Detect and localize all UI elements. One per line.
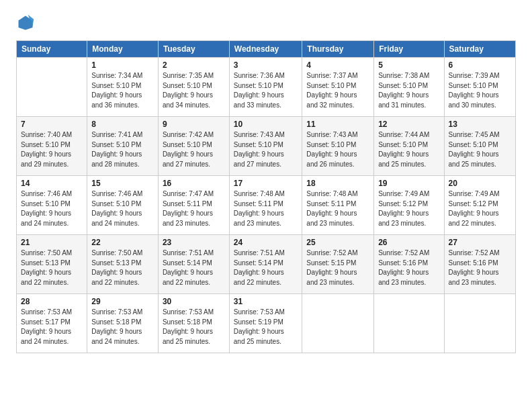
col-header-sunday: Sunday — [17, 41, 87, 58]
day-cell: 29Sunrise: 7:53 AM Sunset: 5:18 PM Dayli… — [87, 294, 159, 353]
day-info: Sunrise: 7:50 AM Sunset: 5:13 PM Dayligh… — [91, 248, 154, 287]
day-number: 24 — [234, 238, 298, 247]
day-cell: 4Sunrise: 7:37 AM Sunset: 5:10 PM Daylig… — [302, 58, 374, 117]
day-number: 15 — [91, 179, 154, 188]
day-info: Sunrise: 7:34 AM Sunset: 5:10 PM Dayligh… — [91, 71, 154, 110]
day-number: 12 — [378, 120, 439, 129]
day-info: Sunrise: 7:48 AM Sunset: 5:11 PM Dayligh… — [234, 189, 298, 228]
col-header-saturday: Saturday — [444, 41, 515, 58]
day-number: 13 — [449, 120, 511, 129]
day-cell: 7Sunrise: 7:40 AM Sunset: 5:10 PM Daylig… — [17, 117, 87, 176]
day-number: 29 — [91, 297, 154, 306]
day-number: 1 — [91, 60, 154, 70]
day-info: Sunrise: 7:49 AM Sunset: 5:12 PM Dayligh… — [449, 189, 511, 228]
day-info: Sunrise: 7:43 AM Sunset: 5:10 PM Dayligh… — [234, 130, 298, 169]
day-number: 26 — [378, 238, 439, 247]
day-info: Sunrise: 7:41 AM Sunset: 5:10 PM Dayligh… — [91, 130, 154, 169]
day-cell: 30Sunrise: 7:53 AM Sunset: 5:18 PM Dayli… — [158, 294, 229, 353]
day-info: Sunrise: 7:42 AM Sunset: 5:10 PM Dayligh… — [163, 130, 225, 169]
week-row-5: 28Sunrise: 7:53 AM Sunset: 5:17 PM Dayli… — [17, 294, 516, 353]
day-info: Sunrise: 7:46 AM Sunset: 5:10 PM Dayligh… — [21, 189, 83, 228]
day-cell: 5Sunrise: 7:38 AM Sunset: 5:10 PM Daylig… — [374, 58, 444, 117]
day-cell: 3Sunrise: 7:36 AM Sunset: 5:10 PM Daylig… — [229, 58, 302, 117]
day-number: 14 — [21, 179, 83, 188]
calendar-header-row: SundayMondayTuesdayWednesdayThursdayFrid… — [17, 41, 516, 58]
day-cell: 9Sunrise: 7:42 AM Sunset: 5:10 PM Daylig… — [158, 117, 229, 176]
day-info: Sunrise: 7:43 AM Sunset: 5:10 PM Dayligh… — [306, 130, 369, 169]
col-header-wednesday: Wednesday — [229, 41, 302, 58]
week-row-4: 21Sunrise: 7:50 AM Sunset: 5:13 PM Dayli… — [17, 235, 516, 294]
day-cell: 28Sunrise: 7:53 AM Sunset: 5:17 PM Dayli… — [17, 294, 87, 353]
day-number: 28 — [21, 297, 83, 306]
day-info: Sunrise: 7:45 AM Sunset: 5:10 PM Dayligh… — [449, 130, 511, 169]
day-cell: 13Sunrise: 7:45 AM Sunset: 5:10 PM Dayli… — [444, 117, 515, 176]
day-number: 3 — [234, 60, 298, 70]
day-info: Sunrise: 7:53 AM Sunset: 5:18 PM Dayligh… — [91, 308, 154, 347]
day-cell: 1Sunrise: 7:34 AM Sunset: 5:10 PM Daylig… — [87, 58, 159, 117]
calendar-table: SundayMondayTuesdayWednesdayThursdayFrid… — [16, 40, 516, 353]
day-info: Sunrise: 7:36 AM Sunset: 5:10 PM Dayligh… — [234, 71, 298, 110]
day-number: 30 — [163, 297, 225, 306]
day-info: Sunrise: 7:52 AM Sunset: 5:15 PM Dayligh… — [306, 248, 369, 287]
day-cell: 14Sunrise: 7:46 AM Sunset: 5:10 PM Dayli… — [17, 176, 87, 235]
day-cell: 23Sunrise: 7:51 AM Sunset: 5:14 PM Dayli… — [158, 235, 229, 294]
logo — [16, 13, 38, 32]
day-info: Sunrise: 7:53 AM Sunset: 5:19 PM Dayligh… — [234, 308, 298, 347]
day-info: Sunrise: 7:51 AM Sunset: 5:14 PM Dayligh… — [234, 248, 298, 287]
day-cell: 24Sunrise: 7:51 AM Sunset: 5:14 PM Dayli… — [229, 235, 302, 294]
day-number: 11 — [306, 120, 369, 129]
day-info: Sunrise: 7:53 AM Sunset: 5:18 PM Dayligh… — [163, 308, 225, 347]
day-cell — [17, 58, 87, 117]
day-info: Sunrise: 7:50 AM Sunset: 5:13 PM Dayligh… — [21, 248, 83, 287]
day-cell: 31Sunrise: 7:53 AM Sunset: 5:19 PM Dayli… — [229, 294, 302, 353]
day-number: 20 — [449, 179, 511, 188]
day-info: Sunrise: 7:38 AM Sunset: 5:10 PM Dayligh… — [378, 71, 439, 110]
day-info: Sunrise: 7:44 AM Sunset: 5:10 PM Dayligh… — [378, 130, 439, 169]
page: SundayMondayTuesdayWednesdayThursdayFrid… — [0, 0, 532, 411]
day-cell: 21Sunrise: 7:50 AM Sunset: 5:13 PM Dayli… — [17, 235, 87, 294]
header — [16, 13, 516, 32]
day-info: Sunrise: 7:48 AM Sunset: 5:11 PM Dayligh… — [306, 189, 369, 228]
day-cell — [302, 294, 374, 353]
day-number: 10 — [234, 120, 298, 129]
day-cell — [374, 294, 444, 353]
day-number: 31 — [234, 297, 298, 306]
day-cell: 16Sunrise: 7:47 AM Sunset: 5:11 PM Dayli… — [158, 176, 229, 235]
day-info: Sunrise: 7:51 AM Sunset: 5:14 PM Dayligh… — [163, 248, 225, 287]
day-number: 9 — [163, 120, 225, 129]
day-info: Sunrise: 7:52 AM Sunset: 5:16 PM Dayligh… — [449, 248, 511, 287]
day-number: 18 — [306, 179, 369, 188]
day-number: 7 — [21, 120, 83, 129]
day-cell: 20Sunrise: 7:49 AM Sunset: 5:12 PM Dayli… — [444, 176, 515, 235]
day-info: Sunrise: 7:40 AM Sunset: 5:10 PM Dayligh… — [21, 130, 83, 169]
week-row-3: 14Sunrise: 7:46 AM Sunset: 5:10 PM Dayli… — [17, 176, 516, 235]
col-header-monday: Monday — [87, 41, 159, 58]
day-number: 6 — [449, 60, 511, 70]
day-number: 27 — [449, 238, 511, 247]
day-number: 23 — [163, 238, 225, 247]
day-cell: 25Sunrise: 7:52 AM Sunset: 5:15 PM Dayli… — [302, 235, 374, 294]
day-number: 19 — [378, 179, 439, 188]
day-cell: 6Sunrise: 7:39 AM Sunset: 5:10 PM Daylig… — [444, 58, 515, 117]
day-number: 17 — [234, 179, 298, 188]
day-cell: 2Sunrise: 7:35 AM Sunset: 5:10 PM Daylig… — [158, 58, 229, 117]
day-info: Sunrise: 7:37 AM Sunset: 5:10 PM Dayligh… — [306, 71, 369, 110]
day-cell: 8Sunrise: 7:41 AM Sunset: 5:10 PM Daylig… — [87, 117, 159, 176]
day-cell — [444, 294, 515, 353]
day-cell: 26Sunrise: 7:52 AM Sunset: 5:16 PM Dayli… — [374, 235, 444, 294]
day-cell: 10Sunrise: 7:43 AM Sunset: 5:10 PM Dayli… — [229, 117, 302, 176]
week-row-1: 1Sunrise: 7:34 AM Sunset: 5:10 PM Daylig… — [17, 58, 516, 117]
day-number: 5 — [378, 60, 439, 70]
logo-icon — [16, 13, 35, 32]
day-info: Sunrise: 7:52 AM Sunset: 5:16 PM Dayligh… — [378, 248, 439, 287]
day-info: Sunrise: 7:47 AM Sunset: 5:11 PM Dayligh… — [163, 189, 225, 228]
day-cell: 22Sunrise: 7:50 AM Sunset: 5:13 PM Dayli… — [87, 235, 159, 294]
col-header-thursday: Thursday — [302, 41, 374, 58]
day-info: Sunrise: 7:53 AM Sunset: 5:17 PM Dayligh… — [21, 308, 83, 347]
day-number: 21 — [21, 238, 83, 247]
day-cell: 27Sunrise: 7:52 AM Sunset: 5:16 PM Dayli… — [444, 235, 515, 294]
day-cell: 15Sunrise: 7:46 AM Sunset: 5:10 PM Dayli… — [87, 176, 159, 235]
day-info: Sunrise: 7:49 AM Sunset: 5:12 PM Dayligh… — [378, 189, 439, 228]
day-info: Sunrise: 7:46 AM Sunset: 5:10 PM Dayligh… — [91, 189, 154, 228]
week-row-2: 7Sunrise: 7:40 AM Sunset: 5:10 PM Daylig… — [17, 117, 516, 176]
